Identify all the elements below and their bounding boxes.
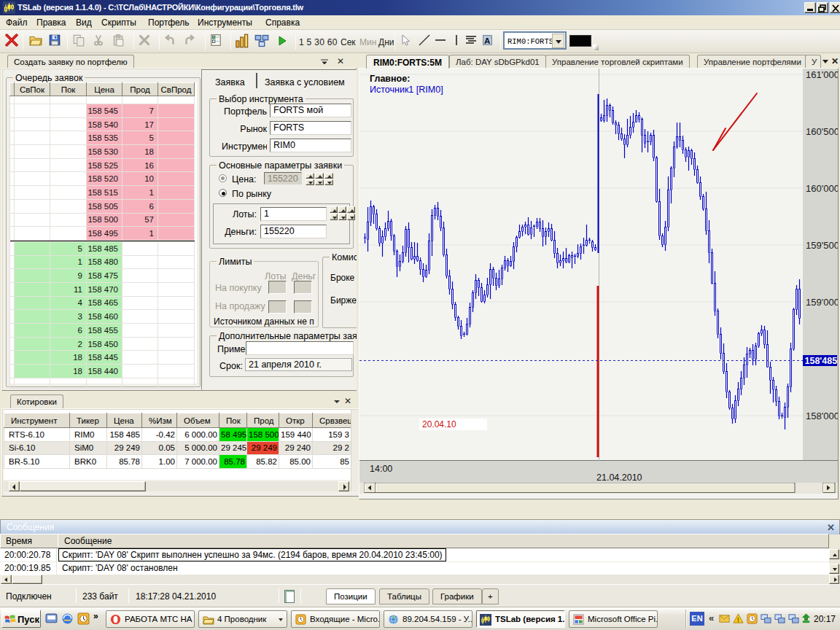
svg-text:159'000: 159'000 bbox=[806, 297, 838, 308]
svg-text:14:00: 14:00 bbox=[370, 464, 392, 474]
svg-text:!: ! bbox=[737, 616, 739, 623]
svg-text:158'000: 158'000 bbox=[806, 411, 838, 421]
svg-text:Источник1 [RIM0]: Источник1 [RIM0] bbox=[370, 85, 443, 95]
svg-text:160'500: 160'500 bbox=[806, 126, 838, 137]
svg-text:Главное:: Главное: bbox=[370, 74, 410, 84]
svg-text:159'500: 159'500 bbox=[806, 240, 838, 251]
svg-text:160'000: 160'000 bbox=[806, 183, 838, 194]
svg-text:21.04.2010: 21.04.2010 bbox=[596, 472, 642, 483]
svg-text:20.04.10: 20.04.10 bbox=[422, 419, 456, 429]
svg-text:158'485: 158'485 bbox=[805, 356, 838, 366]
svg-text:161'000: 161'000 bbox=[806, 69, 838, 80]
svg-text:A: A bbox=[484, 36, 490, 45]
